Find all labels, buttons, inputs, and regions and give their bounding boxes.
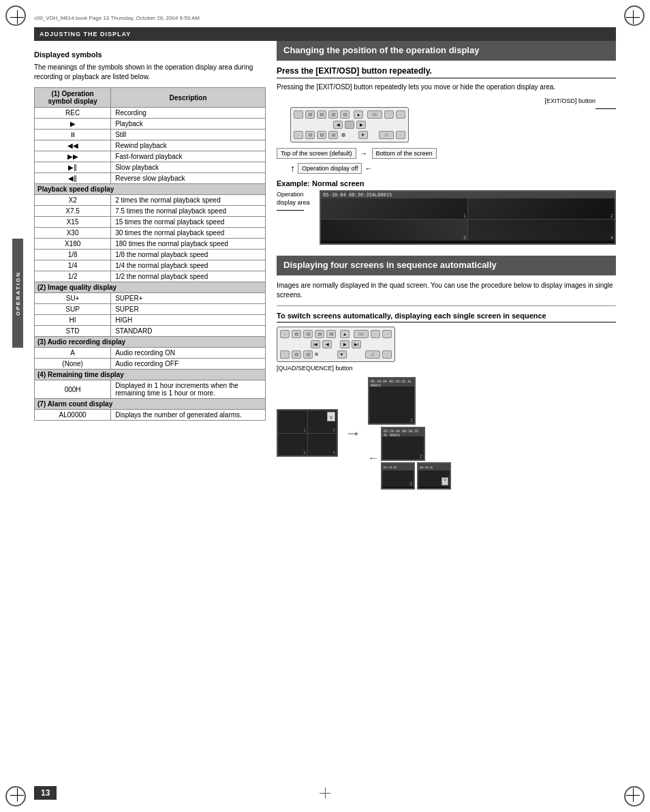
page-number: 13 [34,786,57,800]
table-desc-cell: Playback [111,119,266,130]
op-display-area-label: Operation display area [277,190,314,211]
single-screen-bar-4: 08:30:35 [418,464,450,470]
rc-btn-3: ⊡ [317,110,326,119]
qrc-btn-10: ⊡ [303,350,313,359]
header-title: ADJUSTING THE DISPLAY [40,31,131,37]
rc-btn-1: · [294,110,303,119]
table-desc-cell: Reverse slow playback [111,173,266,184]
rc-btn-9: ⊡ [305,131,315,139]
table-desc-cell: 2 times the normal playback speed [111,195,266,206]
table-symbol-cell: HI [35,315,111,326]
table-desc-cell: HIGH [111,315,266,326]
rc-btn-up: ▲ [354,110,363,119]
qrc-btn-lt: |◀ [311,340,320,348]
table-symbol-cell: REC [35,108,111,119]
table-section-row: (4) Remaining time display [35,370,266,380]
crosshair-tr [626,10,640,24]
qrc-btn-3: ⊡ [303,330,313,338]
rc-btn-lt: ◀ [333,121,343,129]
table-section-row: (2) Image quality display [35,282,266,293]
section2-title: Displaying four screens in sequence auto… [277,256,616,275]
left-column: Displayed symbols The meanings of the sy… [34,41,266,778]
qrc-btn-2: ⊡ [292,330,301,338]
qrc-btn-7: · [382,330,392,338]
qrc-btn-rt2: ▶| [352,340,361,348]
sequence-arrow-right: → [345,423,361,442]
table-desc-cell: Slow playback [111,162,266,173]
table-col2-header: Description [111,88,266,108]
crosshair-tl [10,10,24,24]
sequence-arrow-left: ← [368,452,379,464]
table-symbol-cell: X2 [35,195,111,206]
table-desc-cell: 1/2 the normal playback speed [111,271,266,282]
rc-btn-mid: · [345,121,354,129]
table-symbol-cell: ▶▶ [35,151,111,162]
quad-cell-3: 3 [278,434,307,456]
rc-btn-dn: ▼ [358,131,368,139]
qrc-btn-lt2: ◀ [322,340,332,348]
quad-seq-label: [QUAD/SEQUENCE] button [277,365,616,372]
qrc-btn-4: ⊡ [315,330,324,338]
table-desc-cell: 30 times the normal playback speed [111,228,266,239]
right-column: Changing the position of the operation d… [277,41,616,778]
rc-btn-12: · [396,131,405,139]
table-symbol-cell: ⏸ [35,130,111,140]
quad-remote-control: · ⊡ ⊡ ⊡ ⊡ ▲ □□ · · |◀ ◀ [277,327,395,362]
qrc-btn-5: ⊡ [326,330,336,338]
flow-node-bottom: Bottom of the screen [372,148,437,159]
table-symbol-cell: AL00000 [35,410,111,421]
table-symbol-cell: X15 [35,217,111,228]
table-symbol-cell: STD [35,326,111,337]
single-screen-body-3: 3 [382,470,414,487]
table-desc-cell: Recording [111,108,266,119]
section2-divider [277,305,616,306]
table-symbol-cell: ◀‖ [35,173,111,184]
table-desc-cell: Audio recording OFF [111,359,266,370]
table-symbol-cell: X7.5 [35,206,111,217]
table-symbol-cell: 1/8 [35,250,111,260]
screen-quad-img-2 [468,198,615,220]
screen-quad-area: 1 2 3 4 [321,198,615,241]
screen-quad-4: 4 [468,220,615,241]
section1-subtitle: Press the [EXIT/OSD] button repeatedly. [277,66,616,78]
file-info: c00_VDH_M814.book Page 13 Thursday, Octo… [34,15,200,21]
single-screens-group: 05-10-04 08:30:35 AL 00015 1 ← 05-10-04 … [368,377,451,490]
table-col1-header: (1) Operation symbol display [35,88,111,108]
qrc-btn-up: ▲ [340,330,350,338]
table-desc-cell: 15 times the normal playback speed [111,217,266,228]
table-symbol-cell: 000H [35,380,111,399]
table-symbol-cell: 1/4 [35,260,111,271]
screen-quad-2: 2 [468,198,615,220]
table-desc-cell: STANDARD [111,326,266,337]
single-screen-body-4: 4 Q [418,470,450,487]
screen-top-bar: 05-10-04 08:30:35AL00015 [321,192,615,198]
screen-quad-img-1 [321,198,467,220]
flow-arrow-back: ← [365,164,372,172]
screen-example-wrap: Operation display area 05-10-04 08:30:35… [277,190,616,245]
single-screens-34: 05-10-04 3 08:30:35 4 [381,462,451,490]
table-symbol-cell: X30 [35,228,111,239]
qrc-btn-8: · [280,350,290,359]
example-label: Example: Normal screen [277,179,616,187]
exit-osd-label: [EXIT/OSD] button [277,97,595,104]
quad-remote-diagram: · ⊡ ⊡ ⊡ ⊡ ▲ □□ · · |◀ ◀ [277,327,616,362]
single-screens-234: 05-10-04 08:30:35 AL 00015 2 05-10-04 3 [381,427,451,490]
flow-node-top: Top of the screen (default) [277,148,356,159]
qrc-btn-1: · [280,330,290,338]
screen-quad-3: 3 [321,220,467,241]
table-desc-cell: SUPER+ [111,293,266,304]
table-desc-cell: Rewind playback [111,140,266,151]
rc-btn-6: · [384,110,394,119]
side-operation-tab: OPERATION [12,239,23,348]
single-screen-body-1: 1 [369,387,414,423]
bottom-crosshair [320,787,330,798]
table-symbol-cell: SU+ [35,293,111,304]
rc-btn-8: · [294,131,303,139]
rc-btn-4: ⊡ [328,110,338,119]
table-section-row: Playback speed display [35,184,266,195]
rc-btn-2: ⊡ [305,110,315,119]
table-desc-cell: Displayed in 1 hour increments when the … [111,380,266,399]
table-symbol-cell: ▶‖ [35,162,111,173]
screen-monitor: 05-10-04 08:30:35AL00015 1 2 3 [320,190,616,245]
arrow-up-indicator: ↑ [290,163,295,174]
